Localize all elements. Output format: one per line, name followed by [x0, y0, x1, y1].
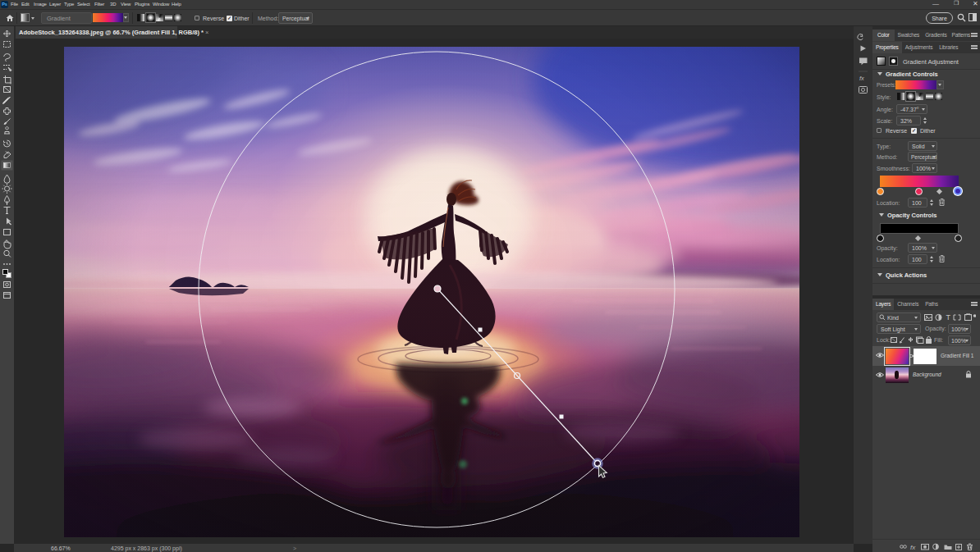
svg-text:T: T	[946, 313, 951, 322]
svg-text:fx: fx	[910, 544, 916, 551]
svg-text:fx: fx	[859, 75, 864, 82]
